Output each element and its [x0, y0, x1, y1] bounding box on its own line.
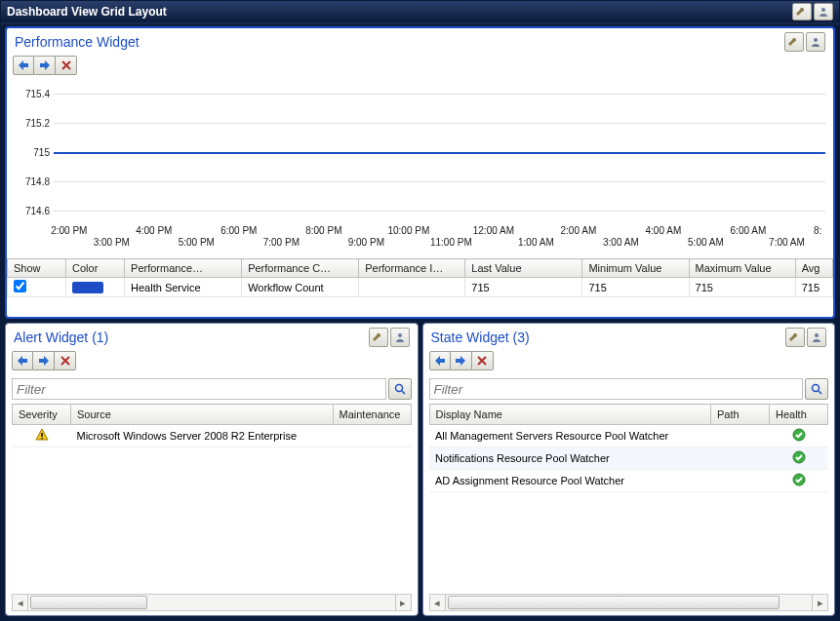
x-tick: 7:00 PM: [263, 237, 300, 248]
x-tick: 2:00 PM: [51, 225, 87, 236]
col-object[interactable]: Performance…: [125, 259, 242, 278]
cell-path: [711, 425, 770, 447]
alert-widget[interactable]: Alert Widget (1): [5, 323, 419, 616]
back-button[interactable]: [13, 56, 34, 75]
svg-line-9: [819, 391, 821, 394]
filter-input[interactable]: [12, 378, 386, 400]
col-path[interactable]: Path: [711, 405, 770, 425]
x-tick: 6:00 AM: [731, 225, 767, 236]
personalize-button[interactable]: [806, 32, 825, 52]
col-last[interactable]: Last Value: [465, 259, 582, 278]
col-max[interactable]: Maximum Value: [689, 259, 795, 278]
nav-row: [423, 349, 835, 374]
filter-input[interactable]: [429, 378, 804, 400]
col-source[interactable]: Source: [71, 405, 334, 425]
col-instance[interactable]: Performance I…: [359, 259, 465, 278]
clear-button[interactable]: [56, 56, 77, 75]
cell-avg: 715: [795, 278, 832, 297]
x-tick: 11:00 PM: [430, 237, 472, 248]
col-maint[interactable]: Maintenance: [333, 405, 411, 425]
series-line: [54, 152, 825, 154]
col-color[interactable]: Color: [66, 259, 125, 278]
col-avg[interactable]: Avg: [795, 259, 832, 278]
titlebar-buttons: [792, 3, 833, 20]
x-icon: [60, 355, 71, 367]
properties-button[interactable]: [785, 328, 805, 347]
arrow-right-icon: [38, 59, 52, 71]
state-widget[interactable]: State Widget (3): [422, 323, 836, 616]
h-scrollbar[interactable]: ◂ ▸: [429, 594, 829, 611]
scroll-right-button[interactable]: ▸: [812, 595, 827, 610]
gridline: [54, 94, 825, 95]
wrench-icon: [789, 331, 801, 343]
back-button[interactable]: [429, 351, 451, 370]
scroll-left-button[interactable]: ◂: [13, 595, 28, 610]
personalize-button[interactable]: [814, 3, 833, 20]
scroll-right-button[interactable]: ▸: [395, 595, 411, 610]
widget-title: State Widget (3): [431, 330, 530, 345]
bottom-row: Alert Widget (1): [5, 323, 835, 616]
clear-button[interactable]: [55, 351, 76, 370]
arrow-right-icon: [454, 355, 467, 367]
widget-title: Performance Widget: [15, 34, 140, 50]
widget-toolbar: [784, 32, 825, 52]
col-health[interactable]: Health: [770, 405, 828, 425]
arrow-right-icon: [37, 355, 51, 367]
forward-button[interactable]: [34, 56, 56, 75]
table-row[interactable]: Notifications Resource Pool Watcher: [429, 447, 828, 470]
dashboard-window: Dashboard View Grid Layout Performance W…: [0, 0, 840, 621]
col-show[interactable]: Show: [8, 259, 66, 278]
col-min[interactable]: Minimum Value: [582, 259, 689, 278]
table-row[interactable]: Microsoft Windows Server 2008 R2 Enterpr…: [13, 425, 412, 447]
search-button[interactable]: [805, 378, 828, 400]
alert-table: Severity Source Maintenance Microsoft Wi…: [12, 404, 412, 447]
performance-widget[interactable]: Performance Widget: [5, 26, 835, 319]
table-row[interactable]: AD Assignment Resource Pool Watcher: [429, 470, 828, 492]
col-severity[interactable]: Severity: [13, 405, 71, 425]
nav-row: [6, 349, 418, 374]
table-header-row: Show Color Performance… Performance C… P…: [8, 259, 833, 278]
x-tick: 9:00 PM: [348, 237, 384, 248]
legend-table: Show Color Performance… Performance C… P…: [7, 258, 833, 297]
personalize-button[interactable]: [807, 328, 826, 347]
warning-icon: [35, 428, 49, 442]
widget-header: Alert Widget (1): [6, 324, 418, 349]
user-icon: [394, 331, 406, 343]
cell-name: Notifications Resource Pool Watcher: [429, 447, 711, 470]
forward-button[interactable]: [33, 351, 55, 370]
gridline: [54, 123, 825, 124]
scroll-thumb[interactable]: [448, 596, 780, 609]
cell-last: 715: [465, 278, 582, 297]
table-wrap: Display Name Path Health All Management …: [423, 404, 835, 592]
arrow-left-icon: [16, 355, 29, 367]
x-icon: [476, 355, 488, 367]
properties-button[interactable]: [369, 328, 388, 347]
wrench-icon: [373, 331, 384, 343]
scroll-thumb[interactable]: [30, 596, 147, 609]
x-tick: 4:00 AM: [646, 225, 682, 236]
svg-point-1: [814, 38, 818, 42]
search-button[interactable]: [388, 378, 412, 400]
x-tick: 3:00 PM: [94, 237, 130, 248]
properties-button[interactable]: [784, 32, 804, 52]
col-display-name[interactable]: Display Name: [429, 405, 711, 425]
table-row[interactable]: Health Service Workflow Count 715 715 71…: [8, 278, 833, 297]
forward-button[interactable]: [451, 351, 472, 370]
filter-row: [6, 374, 418, 404]
personalize-button[interactable]: [390, 328, 410, 347]
healthy-icon: [792, 450, 806, 464]
x-tick: 1:00 AM: [518, 237, 554, 248]
cell-counter: Workflow Count: [242, 278, 359, 297]
col-counter[interactable]: Performance C…: [242, 259, 359, 278]
show-checkbox[interactable]: [14, 280, 26, 292]
clear-button[interactable]: [472, 351, 494, 370]
scroll-left-button[interactable]: ◂: [430, 595, 446, 610]
h-scrollbar[interactable]: ◂ ▸: [12, 594, 412, 611]
table-row[interactable]: All Management Servers Resource Pool Wat…: [429, 425, 828, 447]
back-button[interactable]: [12, 351, 33, 370]
x-tick: 8:00 PM: [305, 225, 341, 236]
x-icon: [60, 59, 72, 71]
widget-toolbar: [369, 328, 410, 347]
cell-object: Health Service: [125, 278, 242, 297]
properties-button[interactable]: [792, 3, 812, 20]
